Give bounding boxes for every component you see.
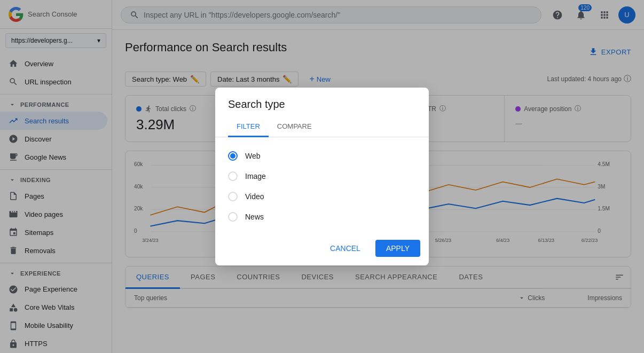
modal-tab-compare[interactable]: COMPARE	[269, 117, 320, 137]
modal-title: Search type	[215, 88, 429, 111]
modal-body: Web Image Video News	[215, 137, 429, 236]
apply-button[interactable]: APPLY	[375, 240, 420, 257]
radio-image-circle	[228, 171, 238, 181]
search-type-modal: Search type FILTER COMPARE Web Image Vid…	[215, 88, 429, 265]
radio-video-circle	[228, 192, 238, 201]
modal-tabs: FILTER COMPARE	[215, 117, 429, 137]
modal-tab-filter[interactable]: FILTER	[228, 117, 269, 137]
radio-web[interactable]: Web	[228, 146, 416, 166]
radio-news[interactable]: News	[228, 207, 416, 227]
modal-overlay[interactable]: Search type FILTER COMPARE Web Image Vid…	[0, 0, 644, 353]
radio-web-circle	[228, 151, 238, 161]
modal-actions: CANCEL APPLY	[215, 236, 429, 265]
radio-news-label: News	[245, 213, 264, 221]
radio-news-circle	[228, 212, 238, 222]
radio-image-label: Image	[245, 172, 266, 181]
radio-web-label: Web	[245, 152, 261, 160]
radio-image[interactable]: Image	[228, 166, 416, 186]
radio-video[interactable]: Video	[228, 186, 416, 207]
radio-video-label: Video	[245, 192, 264, 201]
cancel-button[interactable]: CANCEL	[319, 240, 371, 257]
